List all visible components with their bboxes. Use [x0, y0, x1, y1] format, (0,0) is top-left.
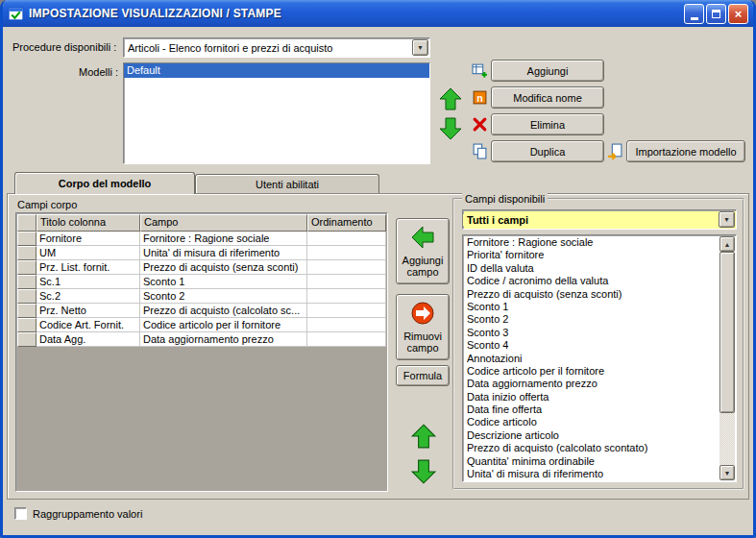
window-title: IMPOSTAZIONE VISUALIZZAZIONI / STAMPE	[29, 7, 684, 20]
list-item[interactable]: ID della valuta	[464, 262, 719, 275]
table-cell[interactable]: Fornitore	[37, 232, 140, 246]
dropdown-arrow-icon[interactable]: ▼	[412, 39, 428, 56]
table-cell[interactable]	[307, 304, 386, 318]
table-row[interactable]: Prz. NettoPrezzo di acquisto (calcolato …	[17, 304, 386, 318]
table-row[interactable]: UMUnita' di misura di riferimento	[17, 246, 386, 260]
campi-corpo-grid: Titolo colonnaCampoOrdinamento Fornitore…	[15, 212, 388, 492]
table-cell[interactable]: Data aggiornamento prezzo	[140, 332, 307, 347]
scroll-up-button[interactable]: ▲	[719, 236, 735, 252]
import-model-icon	[607, 143, 623, 159]
table-row[interactable]: Codice Art. Fornit.Codice articolo per i…	[17, 318, 386, 332]
scrollbar-thumb[interactable]	[719, 252, 735, 413]
list-item[interactable]: Data fine offerta	[464, 404, 719, 416]
table-cell[interactable]	[307, 275, 386, 289]
titlebar[interactable]: IMPOSTAZIONE VISUALIZZAZIONI / STAMPE ×	[3, 0, 753, 27]
column-header[interactable]: Ordinamento	[307, 214, 386, 232]
table-cell[interactable]: Sc.1	[37, 275, 140, 289]
table-cell[interactable]: Codice Art. Fornit.	[37, 318, 140, 332]
list-item[interactable]: Prezzo di acquisto (calcolato scontato)	[464, 442, 719, 454]
table-cell[interactable]: Sconto 1	[140, 275, 307, 289]
table-cell[interactable]: Fornitore : Ragione sociale	[140, 232, 307, 246]
table-cell[interactable]	[307, 246, 386, 260]
campi-filter-select[interactable]: Tutti i campi ▼	[462, 209, 737, 230]
list-item[interactable]: Sconto 1	[464, 301, 719, 313]
list-item[interactable]: Sconto 3	[464, 327, 719, 339]
tab-utenti-abilitati[interactable]: Utenti abilitati	[195, 174, 379, 193]
table-cell[interactable]: Sc.2	[37, 289, 140, 304]
dropdown-arrow-icon[interactable]: ▼	[719, 211, 735, 228]
formula-button[interactable]: Formula	[396, 365, 450, 386]
row-header-cell[interactable]	[17, 304, 37, 318]
tab-label: Utenti abilitati	[256, 179, 319, 190]
list-item[interactable]: Codice articolo	[464, 416, 719, 428]
close-button[interactable]: ×	[728, 4, 748, 24]
importazione-modello-button[interactable]: Importazione modello	[626, 140, 745, 162]
table-cell[interactable]: Prezzo di acquisto (calcolato sc...	[140, 304, 307, 318]
list-item[interactable]: Annotazioni	[464, 353, 719, 365]
list-item[interactable]: Codice articolo per il fornitore	[464, 365, 719, 378]
minimize-button[interactable]	[684, 4, 704, 24]
rimuovi-campo-button[interactable]: Rimuovi campo	[396, 294, 450, 360]
row-header-cell[interactable]	[17, 332, 37, 347]
table-cell[interactable]: Sconto 2	[140, 289, 307, 304]
table-row[interactable]: FornitoreFornitore : Ragione sociale	[17, 232, 386, 246]
list-item[interactable]: Sconto 2	[464, 313, 719, 326]
table-cell[interactable]: Codice articolo per il fornitore	[140, 318, 307, 332]
list-item[interactable]: Unita' di misura di riferimento	[464, 468, 719, 480]
list-item[interactable]: Fornitore : Ragione sociale	[464, 236, 719, 249]
table-row[interactable]: Prz. List. fornit.Prezzo di acquisto (se…	[17, 260, 386, 275]
elimina-button[interactable]: Elimina	[491, 113, 604, 135]
row-header-cell[interactable]	[17, 246, 37, 260]
field-move-down-button[interactable]	[409, 457, 438, 486]
list-item[interactable]: Prezzo di acquisto (senza sconti)	[464, 288, 719, 301]
scroll-down-button[interactable]: ▼	[719, 465, 735, 480]
table-cell[interactable]	[307, 332, 386, 347]
list-item[interactable]: Sconto 4	[464, 339, 719, 352]
procedure-value: Articoli - Elenco fornitori e prezzi di …	[124, 42, 411, 54]
table-row[interactable]: Data Agg.Data aggiornamento prezzo	[17, 332, 386, 347]
table-cell[interactable]: UM	[37, 246, 140, 260]
table-cell[interactable]: Prezzo di acquisto (senza sconti)	[140, 260, 307, 275]
row-header-cell[interactable]	[17, 318, 37, 332]
field-move-up-button[interactable]	[409, 422, 438, 451]
column-header[interactable]: Campo	[140, 214, 307, 232]
modelli-listbox[interactable]: Default	[123, 62, 430, 164]
table-cell[interactable]: Data Agg.	[37, 332, 140, 347]
add-model-icon	[472, 62, 488, 79]
table-cell[interactable]: Unita' di misura di riferimento	[140, 246, 307, 260]
modifica-nome-button[interactable]: Modifica nome	[491, 86, 604, 109]
modelli-item[interactable]: Default	[124, 63, 429, 78]
vertical-scrollbar[interactable]: ▲ ▼	[719, 236, 735, 480]
row-header-cell[interactable]	[17, 289, 37, 304]
aggiungi-button[interactable]: Aggiungi	[491, 60, 604, 82]
model-move-down-button[interactable]	[438, 116, 463, 141]
list-item[interactable]: Quantita' minima ordinabile	[464, 455, 719, 468]
list-item[interactable]: Data inizio offerta	[464, 391, 719, 404]
maximize-button[interactable]	[706, 4, 726, 24]
table-cell[interactable]: Prz. Netto	[37, 304, 140, 318]
list-item[interactable]: Codice / acronimo della valuta	[464, 275, 719, 287]
model-move-up-button[interactable]	[438, 86, 463, 111]
table-row[interactable]: Sc.2Sconto 2	[17, 289, 386, 304]
table-cell[interactable]	[307, 232, 386, 246]
available-fields-list[interactable]: Fornitore : Ragione socialePriorita' for…	[462, 234, 737, 482]
raggruppamento-checkbox[interactable]	[14, 507, 27, 520]
duplica-button[interactable]: Duplica	[491, 140, 604, 162]
list-item[interactable]: Descrizione articolo	[464, 429, 719, 442]
table-cell[interactable]	[307, 260, 386, 275]
procedure-select[interactable]: Articoli - Elenco fornitori e prezzi di …	[123, 37, 430, 58]
row-header-cell[interactable]	[17, 275, 37, 289]
procedure-label: Procedure disponibili :	[12, 41, 116, 53]
table-row[interactable]: Sc.1Sconto 1	[17, 275, 386, 289]
tab-corpo-del-modello[interactable]: Corpo del modello	[14, 172, 195, 194]
list-item[interactable]: Priorita' fornitore	[464, 249, 719, 261]
table-cell[interactable]	[307, 289, 386, 304]
aggiungi-campo-button[interactable]: Aggiungi campo	[396, 218, 450, 284]
table-cell[interactable]: Prz. List. fornit.	[37, 260, 140, 275]
column-header[interactable]: Titolo colonna	[37, 214, 140, 232]
list-item[interactable]: Data aggiornamento prezzo	[464, 378, 719, 390]
remove-arrow-icon	[410, 301, 435, 326]
row-header-cell[interactable]	[17, 260, 37, 275]
table-cell[interactable]	[307, 318, 386, 332]
row-header-cell[interactable]	[17, 232, 37, 246]
